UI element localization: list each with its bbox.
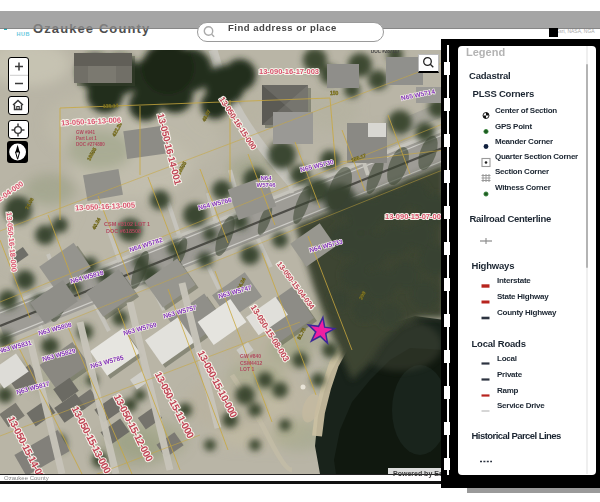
svg-text:Part Lot 1: Part Lot 1 [76,136,97,141]
svg-text:13-090-16-17-003: 13-090-16-17-003 [259,67,319,76]
svg-text:W5746: W5746 [256,182,276,188]
svg-text:CSM #3102 LOT 1: CSM #3102 LOT 1 [104,221,150,227]
svg-text:LOT 1: LOT 1 [240,366,254,372]
svg-text:138.14: 138.14 [103,102,119,109]
svg-text:DOC #618508: DOC #618508 [106,228,141,234]
svg-text:DOC #274880: DOC #274880 [76,142,105,147]
svg-text:GW #840: GW #840 [240,353,261,359]
svg-text:150: 150 [330,90,339,96]
svg-text:DOC #287117: DOC #287117 [371,50,400,54]
svg-text:GW #941: GW #941 [76,130,96,135]
svg-text:CSM4412: CSM4412 [240,360,262,366]
svg-text:N64: N64 [260,175,272,181]
svg-text:13-090-15-07-004: 13-090-15-07-004 [385,212,445,221]
